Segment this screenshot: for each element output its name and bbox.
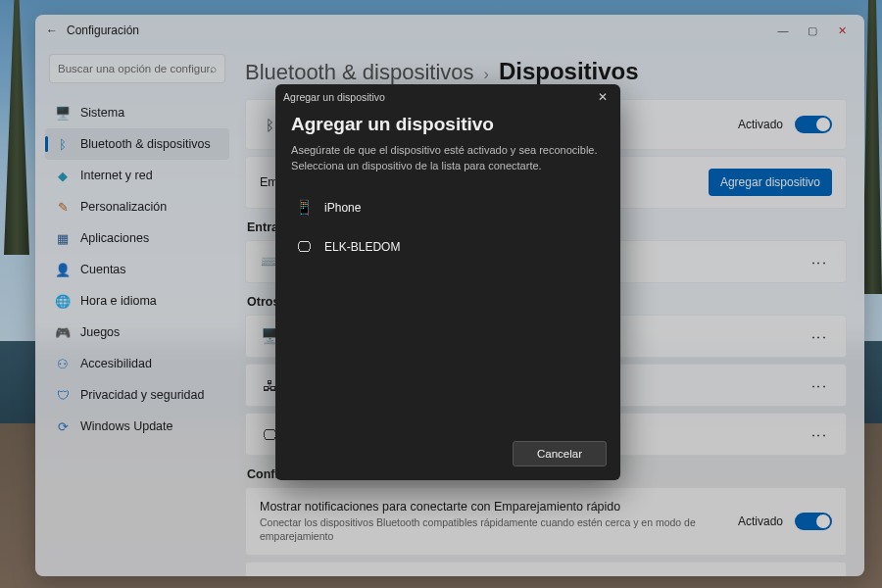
- dialog-description: Asegúrate de que el dispositivo esté act…: [291, 143, 605, 174]
- discovered-device[interactable]: 📱iPhone: [291, 188, 605, 227]
- discovered-device[interactable]: 🖵ELK-BLEDOM: [291, 227, 605, 267]
- dialog-heading: Agregar un dispositivo: [291, 114, 605, 135]
- dialog-close-button[interactable]: ✕: [593, 90, 612, 104]
- device-name: iPhone: [324, 201, 361, 215]
- device-icon: 📱: [295, 199, 313, 217]
- device-icon: 🖵: [295, 238, 313, 255]
- device-name: ELK-BLEDOM: [324, 240, 400, 254]
- cancel-button[interactable]: Cancelar: [513, 441, 607, 466]
- dialog-titlebar-text: Agregar un dispositivo: [283, 91, 385, 103]
- add-device-dialog: Agregar un dispositivo ✕ Agregar un disp…: [275, 84, 620, 480]
- dialog-titlebar: Agregar un dispositivo ✕: [275, 84, 620, 110]
